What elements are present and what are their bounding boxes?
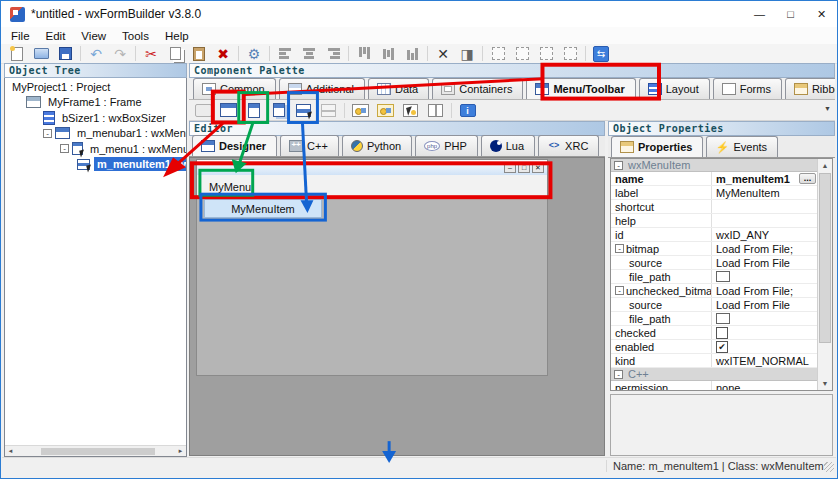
property-value[interactable]: MyMenuItem <box>711 186 817 199</box>
sizer-orientation-button[interactable]: ⇆ <box>589 44 613 64</box>
open-project-button[interactable] <box>29 44 53 64</box>
tab-php[interactable]: PHP <box>415 135 478 156</box>
maximize-button[interactable]: □ <box>775 1 806 27</box>
menubar-tool[interactable] <box>216 100 241 120</box>
category-expander-icon[interactable]: - <box>614 370 623 379</box>
scroll-down-icon[interactable]: ▼ <box>818 377 832 390</box>
scroll-right-icon[interactable]: ► <box>175 448 186 454</box>
align-center-button[interactable] <box>297 44 321 64</box>
auitoolbar-tool[interactable] <box>373 100 398 120</box>
property-value[interactable]: Load From File <box>711 298 817 311</box>
property-value[interactable]: wxITEM_NORMAL <box>711 354 817 367</box>
tab-xrc[interactable]: XRC <box>538 135 599 156</box>
scroll-left-icon[interactable]: ◄ <box>5 448 16 454</box>
align-middle-button[interactable] <box>376 44 400 64</box>
toolbar-tool[interactable] <box>348 100 373 120</box>
tool-tool[interactable] <box>398 100 423 120</box>
tab-properties[interactable]: Properties <box>611 136 703 157</box>
property-value[interactable]: wxID_ANY <box>711 228 817 241</box>
cut-button[interactable]: ✂ <box>139 44 163 64</box>
tree-item[interactable]: m_menuItem1 : wxMenuItem <box>5 157 186 173</box>
designer-canvas[interactable]: – □ ✕ MyMenu MyMenuItem <box>189 157 605 456</box>
tab-ribbon[interactable]: Ribbon <box>785 78 835 99</box>
tree-item[interactable]: bSizer1 : wxBoxSizer <box>5 110 186 126</box>
file-picker[interactable] <box>716 271 730 282</box>
tab-menu-toolbar[interactable]: Menu/Toolbar <box>526 78 635 99</box>
stretch-button[interactable]: ◨ <box>455 44 479 64</box>
property-expander-icon[interactable]: - <box>615 244 624 253</box>
scroll-up-icon[interactable]: ▲ <box>818 159 832 172</box>
close-button[interactable]: ✕ <box>806 1 837 27</box>
grid-scrollbar-thumb[interactable] <box>819 173 831 343</box>
checkbox[interactable]: ✔ <box>716 341 728 353</box>
resize-grip[interactable] <box>824 462 834 472</box>
property-expander-icon[interactable]: - <box>615 286 624 295</box>
property-value[interactable] <box>711 214 817 227</box>
tree-expander-icon[interactable]: - <box>60 144 69 153</box>
undo-button[interactable]: ↶ <box>84 44 108 64</box>
menu-help[interactable]: Help <box>157 30 197 42</box>
align-bottom-button[interactable] <box>400 44 424 64</box>
property-value[interactable]: Load From File; <box>711 284 817 297</box>
property-value[interactable] <box>711 200 817 213</box>
menu-tools[interactable]: Tools <box>114 30 157 42</box>
menu-edit[interactable]: Edit <box>38 30 74 42</box>
new-project-button[interactable] <box>5 44 29 64</box>
file-picker[interactable] <box>716 313 730 324</box>
tree-item[interactable]: MyFrame1 : Frame <box>5 95 186 111</box>
checkbox[interactable] <box>716 327 728 339</box>
align-top-button[interactable] <box>352 44 376 64</box>
tab-layout[interactable]: Layout <box>639 78 710 99</box>
menu-view[interactable]: View <box>73 30 114 42</box>
grid-scrollbar[interactable]: ▲ ▼ <box>817 159 832 390</box>
tab-cpp[interactable]: C++ <box>280 135 339 156</box>
designer-frame-preview[interactable]: – □ ✕ MyMenu MyMenuItem <box>196 159 548 376</box>
property-value[interactable]: ✔ <box>711 340 817 353</box>
frame-menubar[interactable]: MyMenu <box>197 175 547 199</box>
frame-client-area[interactable]: MyMenuItem <box>197 199 547 375</box>
tab-data[interactable]: Data <box>368 78 429 99</box>
property-value[interactable] <box>711 270 817 283</box>
property-value[interactable]: m_menuItem1... <box>711 172 817 185</box>
border-left-button[interactable] <box>486 44 510 64</box>
tab-forms[interactable]: Forms <box>713 78 782 99</box>
align-left-button[interactable] <box>273 44 297 64</box>
spacer-tool[interactable] <box>191 100 216 120</box>
menu-tool[interactable] <box>241 100 266 120</box>
tree-horizontal-scrollbar[interactable]: ◄ ► <box>5 445 186 456</box>
property-value[interactable] <box>711 326 817 339</box>
tab-lua[interactable]: Lua <box>481 135 535 156</box>
category-expander-icon[interactable]: - <box>614 161 623 170</box>
tab-additional[interactable]: Additional <box>279 78 365 99</box>
property-value[interactable] <box>711 312 817 325</box>
tab-python[interactable]: Python <box>342 135 412 156</box>
frame-menu-item[interactable]: MyMenuItem <box>204 199 322 218</box>
scrollbar-thumb[interactable] <box>41 448 155 455</box>
tab-designer[interactable]: Designer <box>192 135 277 156</box>
menu-separator-tool[interactable] <box>316 100 341 120</box>
tree-item[interactable]: -m_menu1 : wxMenu <box>5 141 186 157</box>
delete-button[interactable]: ✖ <box>211 44 235 64</box>
generate-code-button[interactable]: ⚙ <box>242 44 266 64</box>
align-right-button[interactable] <box>321 44 345 64</box>
redo-button[interactable]: ↷ <box>108 44 132 64</box>
ellipsis-button[interactable]: ... <box>799 173 816 184</box>
border-top-button[interactable] <box>534 44 558 64</box>
border-bottom-button[interactable] <box>558 44 582 64</box>
border-right-button[interactable] <box>510 44 534 64</box>
tab-events[interactable]: ⚡Events <box>706 136 778 157</box>
submenu-tool[interactable] <box>266 100 291 120</box>
property-value[interactable]: Load From File <box>711 256 817 269</box>
infobar-tool[interactable] <box>455 100 480 120</box>
tab-containers[interactable]: Containers <box>432 78 523 99</box>
tree-expander-icon[interactable]: - <box>43 129 52 138</box>
tree-item[interactable]: -m_menubar1 : wxMenuBar <box>5 126 186 142</box>
tree-item[interactable]: MyProject1 : Project <box>5 79 186 95</box>
palette-overflow-chevron[interactable]: ▼ <box>824 105 831 112</box>
menu-file[interactable]: File <box>3 30 38 42</box>
tab-common[interactable]: Common <box>193 78 276 99</box>
frame-menu-label[interactable]: MyMenu <box>203 179 257 195</box>
expand-button[interactable]: ✕ <box>431 44 455 64</box>
property-value[interactable]: Load From File; <box>711 242 817 255</box>
property-value[interactable]: none <box>711 381 817 390</box>
